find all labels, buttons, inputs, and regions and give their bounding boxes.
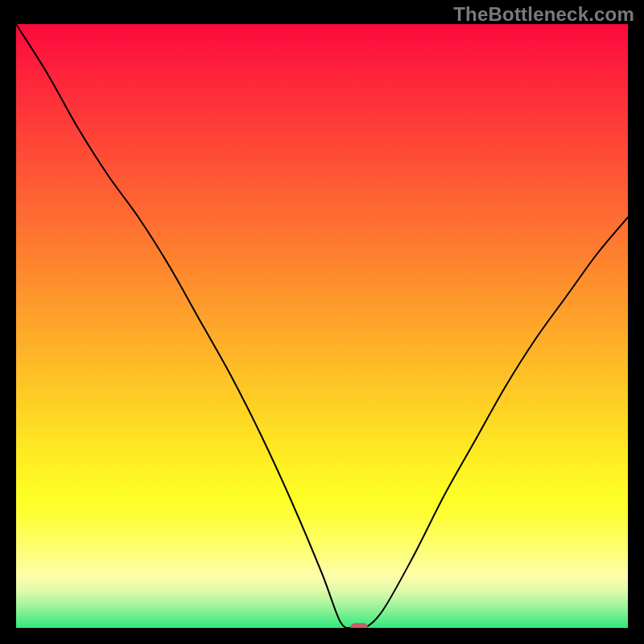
- plot-area: [16, 24, 628, 628]
- chart-frame: TheBottleneck.com: [0, 0, 644, 644]
- minimum-marker: [350, 623, 368, 628]
- watermark-text: TheBottleneck.com: [453, 3, 634, 26]
- bottleneck-curve: [16, 24, 628, 628]
